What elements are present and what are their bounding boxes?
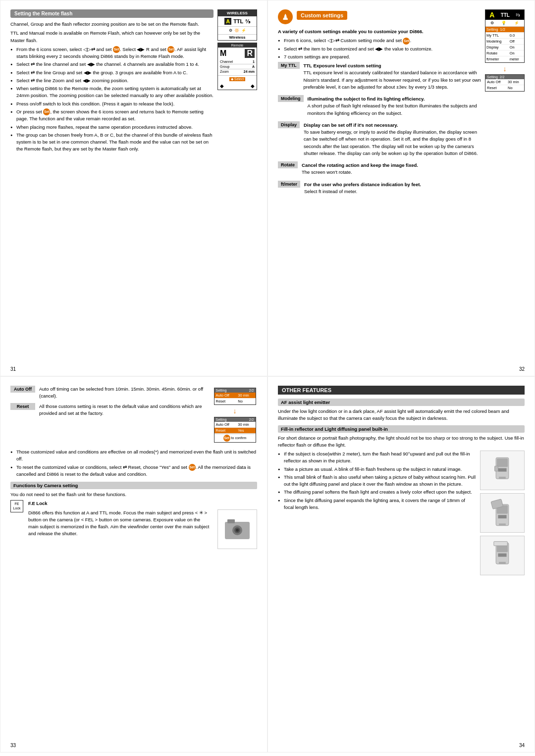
setting-row: Setting 1/2 bbox=[485, 27, 524, 33]
wireless-ttl: TTL bbox=[233, 18, 243, 24]
rotate-subtitle: The screen won't rotate. bbox=[302, 169, 481, 176]
list-item: Take a picture as usual. A blink of fill… bbox=[278, 466, 525, 473]
display-body: To save battery energy, or imply to avoi… bbox=[304, 129, 481, 157]
myttl-body: TTL exposure level is accurately calibra… bbox=[304, 69, 482, 91]
rotate-row-label: Rotate bbox=[485, 50, 509, 56]
ftmeter-row-val: meter bbox=[509, 56, 524, 62]
list-item: When placing more flashes, repeat the sa… bbox=[10, 124, 214, 131]
page-34: OTHER FEATURES AF assist light emitter U… bbox=[268, 376, 535, 753]
myttl-label: My TTL bbox=[278, 62, 300, 69]
list-item: Select ⇄ the line channel and set ◀▶ the… bbox=[10, 61, 214, 68]
p33-side-panel: Setting 2/2 Auto Off30 min ResetNo ↓ Set… bbox=[213, 386, 257, 445]
modeling-row-val: Off bbox=[509, 39, 524, 45]
svg-rect-12 bbox=[498, 515, 506, 518]
autooff-2-val: 30 min bbox=[236, 422, 255, 428]
icon-gear: ⚙ bbox=[490, 21, 494, 25]
setting-table-12: Setting 1/2 My TTL0.0 ModelingOff Displa… bbox=[485, 27, 524, 62]
s22-header1: Setting bbox=[216, 389, 227, 392]
list-item: To reset the customized value or conditi… bbox=[10, 464, 257, 478]
page-32: ♟ Custom settings A variety of custom se… bbox=[268, 0, 535, 376]
myttl-title: TTL Exposure level custom setting bbox=[304, 62, 482, 69]
setting22-state1: Setting 2/2 Auto Off30 min ResetNo bbox=[214, 388, 256, 405]
ftmeter-label: ft/meter bbox=[278, 181, 300, 188]
autooff-label: Auto Off bbox=[485, 79, 506, 85]
remote-display: Remote M R Channel 1 Group bbox=[217, 43, 257, 90]
page-number-34: 34 bbox=[519, 743, 525, 748]
remote-m: M bbox=[220, 49, 226, 58]
channel-label: Channel bbox=[220, 60, 233, 63]
rotate-section: Rotate Cancel the rotating action and ke… bbox=[278, 162, 481, 178]
flash-svg-3 bbox=[487, 541, 517, 570]
rotate-row-val: On bbox=[509, 50, 524, 56]
fe-lock-title: F.E Lock bbox=[28, 500, 257, 507]
autooff-content: Auto off timing can be selected from 10m… bbox=[39, 386, 209, 400]
list-item: Select ⇄ the line Group and set ◀▶ the g… bbox=[10, 69, 214, 76]
icon-light: 💡 bbox=[501, 21, 506, 25]
svg-rect-18 bbox=[499, 562, 506, 564]
autooff-2-label: Auto Off bbox=[214, 422, 237, 428]
p32-side-panel: A TTL ²⁄₃ ⚙ 💡 ⚡ Setting 1/2 My TTL0.0 Mo… bbox=[485, 9, 525, 200]
p31-bullet-list: From the 6 icons screen, select ◁▷⇄ and … bbox=[10, 46, 214, 153]
nav-left: ◆ bbox=[220, 83, 224, 89]
functions-header: Functions by Camera setting bbox=[10, 482, 257, 489]
svg-rect-19 bbox=[494, 542, 507, 546]
zoom-val: 24 mm bbox=[244, 70, 255, 73]
display-section: Display Display can be set off if it's n… bbox=[278, 122, 481, 159]
wireless-display: WIRELESS A TTL ²⁄₃ ⚙ 🔆 ⚡ Wireless bbox=[217, 9, 257, 41]
fill-in-body: For short distance or portrait flash pho… bbox=[278, 435, 525, 449]
wireless-icon3: ⚡ bbox=[241, 28, 246, 33]
list-item: From the 6 icons screen, select ◁▷⇄ and … bbox=[10, 46, 214, 60]
page-31: Setting the Remote flash Channel, Group … bbox=[0, 0, 268, 376]
wireless-fraction: ²⁄₃ bbox=[245, 18, 250, 25]
list-item: 7 custom settings are prepared. bbox=[278, 53, 481, 60]
group-val: A bbox=[252, 65, 255, 68]
page-number-32: 32 bbox=[519, 366, 525, 372]
remote-header: Remote bbox=[218, 43, 257, 48]
display-title: Display can be set off if it's not neces… bbox=[304, 122, 481, 129]
reset-y-val: Yes bbox=[236, 428, 255, 434]
display-row-val: On bbox=[509, 45, 524, 50]
select-indicator: ◆ Select bbox=[229, 77, 245, 81]
s22-page1: 2/2 bbox=[249, 389, 254, 392]
myttl-row-val: 0.0 bbox=[509, 33, 524, 39]
af-assist-header: AF assist light emitter bbox=[278, 399, 525, 406]
zoom-label: Zoom bbox=[220, 70, 229, 73]
ftmeter-title: For the user who prefers distance indica… bbox=[304, 181, 481, 188]
autooff-section: Auto Off Auto off timing can be selected… bbox=[10, 386, 209, 400]
wireless-icon1: ⚙ bbox=[229, 28, 232, 33]
display-label: Display bbox=[278, 121, 300, 128]
rotate-label: Rotate bbox=[278, 161, 298, 168]
modeling-section: Modeling Illuminating the subject to fin… bbox=[278, 96, 481, 119]
ftmeter-section: ft/meter For the user who prefers distan… bbox=[278, 181, 481, 198]
modeling-row-label: Modeling bbox=[485, 39, 509, 45]
channel-val: 1 bbox=[253, 60, 255, 63]
svg-rect-17 bbox=[498, 554, 506, 557]
wireless-mode-label: Wireless bbox=[218, 34, 257, 40]
page-number-33: 33 bbox=[10, 743, 16, 748]
svg-rect-1 bbox=[227, 519, 235, 523]
arrow-down-1: ↓ bbox=[485, 65, 525, 73]
flash-image-3 bbox=[480, 536, 525, 575]
reset-label: Reset bbox=[485, 85, 506, 91]
reset-val: No bbox=[506, 85, 524, 91]
fe-label-bottom: Lock bbox=[13, 506, 21, 510]
custom-settings-title: Custom settings bbox=[297, 11, 347, 20]
list-item: Those customized value and conditions ar… bbox=[10, 449, 257, 463]
myttl-row-label: My TTL bbox=[485, 33, 509, 39]
set-confirm-btn[interactable]: Set bbox=[223, 435, 230, 442]
fe-label-top: FE bbox=[13, 502, 21, 506]
autooff-hl-val: 30 min bbox=[236, 393, 255, 399]
arrow-down-2: ↓ bbox=[213, 407, 257, 415]
custom-settings-header: ♟ Custom settings bbox=[278, 9, 481, 24]
fe-lock-icon: FE Lock bbox=[10, 500, 23, 512]
setting-display-12: A TTL ²⁄₃ ⚙ 💡 ⚡ Setting 1/2 My TTL0.0 Mo… bbox=[485, 9, 525, 63]
modeling-body: A short pulse of flash light released by… bbox=[308, 102, 482, 117]
list-item: This small blink of flash is also useful… bbox=[278, 474, 525, 488]
display-row-label: Display bbox=[485, 45, 509, 50]
nav-right: ◆ bbox=[251, 83, 255, 89]
modeling-title: Illuminating the subject to find its lig… bbox=[308, 96, 482, 102]
wireless-icon2: 🔆 bbox=[234, 28, 239, 33]
list-item: The diffusing panel softens the flash li… bbox=[278, 489, 525, 496]
fill-in-header: Fill-in reflector and Light diffusing pa… bbox=[278, 425, 525, 433]
modeling-label: Modeling bbox=[278, 95, 304, 102]
